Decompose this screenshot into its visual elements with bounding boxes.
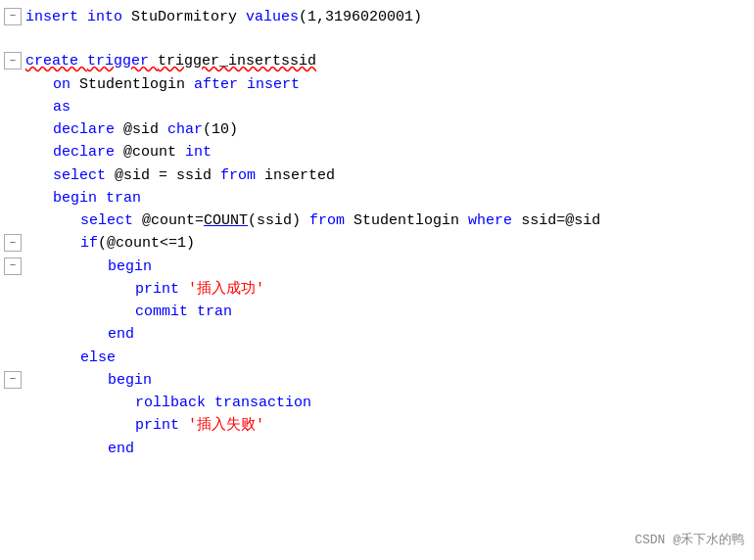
token: tran [106,190,141,207]
token: else [80,350,116,366]
token: ssid=@sid [521,212,600,229]
fold-icon[interactable]: − [4,52,22,70]
token: after [194,76,247,93]
line-content: select @sid = ssid from inserted [51,164,335,187]
token: begin [53,190,106,207]
token: Studentlogin [79,76,194,93]
code-line: end [0,323,754,346]
code-container: −insert into StuDormitory values(1,31960… [0,0,754,560]
token: end [108,441,134,457]
token: @sid [123,121,167,138]
token: insert [25,9,87,25]
token: on [53,76,79,93]
line-content: if(@count<=1) [78,232,195,255]
line-content: commit tran [133,301,232,323]
code-line: else [0,347,754,369]
token: @count [123,144,185,161]
code-line: as [0,96,754,118]
code-line: end [0,438,754,460]
fold-icon[interactable]: − [4,371,22,389]
token: as [53,99,71,116]
line-content: rollback transaction [133,392,311,414]
token: print [135,281,188,298]
token: from [309,212,353,229]
token: StuDormitory [131,9,246,25]
token: @sid = ssid [115,167,220,184]
watermark: CSDN @禾下水的鸭 [635,531,744,550]
token: select [53,167,115,184]
token: (1,3196020001) [299,9,422,25]
code-line: declare @sid char(10) [0,118,754,141]
code-line [0,28,754,50]
code-line: select @sid = ssid from inserted [0,164,754,187]
token: trigger [87,53,158,70]
token: (ssid) [248,212,309,229]
line-content: declare @sid char(10) [51,118,238,141]
token: insert [247,76,300,93]
line-content: print '插入失败' [133,414,264,437]
line-content: create trigger trigger_insertssid [24,50,316,72]
lines-wrapper: −insert into StuDormitory values(1,31960… [0,6,754,460]
token: declare [53,144,123,161]
code-line: print '插入成功' [0,278,754,301]
token: transaction [214,395,311,411]
token: into [87,9,131,25]
token: select [80,212,142,229]
line-content: begin tran [51,187,141,210]
code-line: select @count=COUNT(ssid) from Studentlo… [0,210,754,232]
token: int [185,144,212,161]
fold-icon[interactable]: − [4,234,22,252]
token: (@count<=1) [98,235,195,252]
token: create [25,53,87,70]
token: begin [108,258,152,275]
line-content: begin [106,369,152,392]
line-content: end [106,438,134,460]
code-line: −create trigger trigger_insertssid [0,50,754,72]
token: from [220,167,264,184]
token: print [135,417,188,434]
token: tran [197,303,232,320]
token: begin [108,372,152,389]
token: rollback [135,395,214,411]
token: char [167,121,203,138]
token: commit [135,303,197,320]
token: where [468,212,521,229]
line-content: select @count=COUNT(ssid) from Studentlo… [78,210,600,232]
fold-icon[interactable]: − [4,257,22,275]
code-line: print '插入失败' [0,414,754,437]
line-content: print '插入成功' [133,278,264,301]
line-content: declare @count int [51,141,212,163]
token: COUNT [204,212,248,229]
code-line: declare @count int [0,141,754,163]
line-content: as [51,96,71,118]
token: trigger_insertssid [158,53,316,70]
fold-icon[interactable]: − [4,8,22,25]
code-line: on Studentlogin after insert [0,73,754,96]
token: end [108,326,134,343]
code-line: −begin [0,256,754,278]
token: '插入成功' [188,281,264,298]
code-line: −begin [0,369,754,392]
code-line: begin tran [0,187,754,210]
line-content: insert into StuDormitory values(1,319602… [24,6,422,28]
token: inserted [264,167,335,184]
token: '插入失败' [188,417,264,434]
token: Studentlogin [353,212,468,229]
token: declare [53,121,123,138]
line-content: on Studentlogin after insert [51,73,300,96]
line-content: else [78,347,116,369]
token: @count= [142,212,204,229]
line-content: end [106,323,134,346]
line-content: begin [106,256,152,278]
code-line: commit tran [0,301,754,323]
token: (10) [203,121,238,138]
code-line: −insert into StuDormitory values(1,31960… [0,6,754,28]
token: values [246,9,299,25]
code-line: rollback transaction [0,392,754,414]
token: if [80,235,98,252]
code-line: −if(@count<=1) [0,232,754,255]
